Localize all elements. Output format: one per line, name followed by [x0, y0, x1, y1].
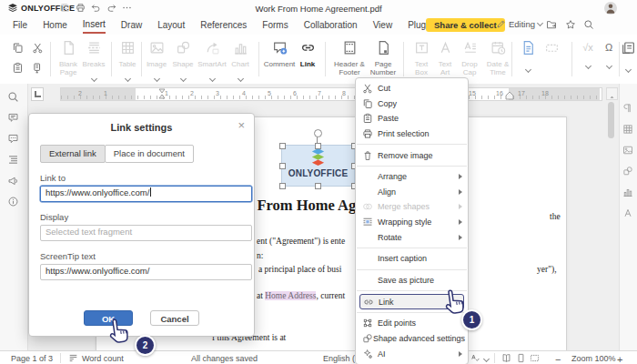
word-count-icon[interactable] [68, 353, 78, 363]
right-margin-marker[interactable] [505, 91, 514, 100]
zoom-in-button[interactable]: + [617, 354, 622, 364]
menu-item-copy[interactable]: Copy [356, 96, 468, 112]
two-page-view-icon[interactable] [501, 353, 511, 363]
tab-references[interactable]: References [200, 18, 247, 33]
menu-item-save-as-picture[interactable]: Save as picture [356, 273, 468, 288]
panel-textart-settings-icon[interactable] [622, 207, 633, 218]
scroll-up-arrow[interactable] [606, 87, 618, 100]
share-collect-button[interactable]: Share & collect [426, 18, 505, 32]
menu-item-ai[interactable]: AI [356, 346, 468, 361]
tab-home[interactable]: Home [43, 18, 67, 33]
menu-separator [357, 144, 467, 145]
page-indicator[interactable]: Page 1 of 3 [11, 354, 53, 363]
tab-forms[interactable]: Forms [262, 18, 288, 33]
status-bar: Page 1 of 3 Word count All changes saved… [0, 350, 637, 364]
menu-separator [357, 248, 467, 248]
tab-insert[interactable]: Insert [83, 17, 106, 34]
submenu-arrow-icon [459, 189, 462, 195]
wrapping-style-icon [362, 217, 373, 228]
zoom-out-button[interactable]: − [555, 354, 561, 364]
panel-paragraph-settings-icon[interactable] [622, 103, 633, 114]
link-label: Link [285, 60, 330, 68]
tab-stop-selector[interactable] [31, 87, 44, 101]
fit-width-icon[interactable] [530, 353, 540, 363]
menu-item-insert-caption[interactable]: Insert caption [356, 251, 468, 267]
menu-separator [357, 166, 467, 167]
cancel-button[interactable]: Cancel [150, 310, 199, 326]
menu-item-wrapping-style[interactable]: Wrapping style [356, 215, 468, 230]
menu-item-shape-advanced-settings[interactable]: Shape advanced settings [356, 331, 468, 347]
panel-shape-settings-icon[interactable] [622, 166, 633, 177]
indent-marker[interactable] [157, 88, 167, 100]
menu-item-arrange[interactable]: Arrange [356, 169, 468, 185]
menu-item-edit-points[interactable]: Edit points [356, 316, 468, 331]
cut-icon [362, 83, 373, 94]
scrollbar-thumb[interactable] [608, 102, 614, 138]
paste-icon[interactable] [12, 62, 24, 74]
menu-item-rotate[interactable]: Rotate [356, 229, 468, 245]
selection-handle[interactable] [279, 183, 286, 189]
document-text-fragment: at Home Address, current [257, 291, 345, 300]
header-footer-icon [342, 40, 358, 56]
chevron-down-icon[interactable] [483, 356, 490, 362]
ruler-number: 4 [242, 90, 246, 96]
copy-style-icon[interactable] [32, 62, 44, 74]
selection-handle[interactable] [279, 143, 286, 149]
editing-mode-control[interactable]: Editing [496, 19, 542, 29]
link-settings-dialog: Link settings × External link Place in d… [28, 113, 255, 337]
tab-draw[interactable]: Draw [121, 18, 142, 33]
close-icon[interactable]: × [238, 119, 245, 131]
selection-handle[interactable] [315, 183, 321, 189]
vertical-scrollbar[interactable] [606, 86, 616, 349]
selected-image[interactable]: ONLYOFFICE [281, 145, 355, 187]
step-badge-1: 1 [461, 309, 482, 330]
toolbar-button-link[interactable]: Link [285, 40, 330, 68]
tab-place-in-document[interactable]: Place in document [105, 145, 194, 163]
user-avatar[interactable] [604, 2, 617, 15]
selection-handle[interactable] [315, 143, 321, 149]
tab-layout[interactable]: Layout [157, 18, 185, 33]
menu-item-print-selection[interactable]: Print selection [356, 126, 468, 142]
menu-item-cut[interactable]: Cut [356, 81, 468, 96]
word-count-label[interactable]: Word count [82, 354, 124, 363]
panel-table-settings-icon[interactable] [622, 124, 633, 135]
cut-icon[interactable] [32, 42, 44, 54]
selection-handle[interactable] [279, 163, 286, 169]
tab-collaboration[interactable]: Collaboration [304, 18, 358, 33]
spellcheck-icon[interactable] [470, 353, 480, 363]
panel-chart-settings-icon[interactable] [622, 187, 633, 197]
pointer-hand-cursor [107, 316, 135, 346]
zoom-level[interactable]: Zoom 100% [571, 354, 616, 363]
copy-icon[interactable] [12, 42, 24, 54]
sidebar-comments-icon[interactable] [7, 112, 19, 124]
menu-item-merge-shapes[interactable]: Merge shapes [356, 199, 468, 215]
menu-item-remove-image[interactable]: Remove image [356, 147, 468, 163]
toolbar-button-content-controls[interactable] [605, 40, 637, 77]
tab-file[interactable]: File [13, 18, 27, 33]
link-to-input[interactable]: https://www.onlyoffice.com/ [40, 186, 252, 202]
open-file-location-icon[interactable] [546, 19, 557, 30]
rotation-handle[interactable] [314, 129, 322, 137]
shape-icon [176, 40, 191, 56]
date-time-icon [490, 40, 506, 56]
tab-external-link[interactable]: External link [40, 145, 106, 163]
sidebar-feedback-icon[interactable] [7, 175, 19, 187]
text-field-icon [544, 40, 560, 56]
fit-page-icon[interactable] [516, 353, 526, 363]
sidebar-search-icon[interactable] [7, 91, 19, 103]
screentip-input[interactable]: https://www.onlyoffice.com/ [40, 264, 252, 280]
sidebar-about-icon[interactable] [7, 196, 19, 207]
submenu-arrow-icon [459, 219, 462, 225]
sidebar-chat-icon[interactable] [7, 133, 19, 145]
tab-view[interactable]: View [373, 18, 393, 33]
menu-item-align[interactable]: Align [356, 185, 468, 200]
sidebar-headings-icon[interactable] [7, 154, 19, 166]
submenu-arrow-icon [459, 174, 462, 179]
search-icon[interactable] [583, 19, 594, 30]
panel-image-settings-icon[interactable] [622, 145, 633, 156]
favorites-star-icon[interactable] [565, 19, 576, 30]
display-input[interactable]: Selected text fragment [40, 225, 252, 241]
menu-item-paste[interactable]: Paste [356, 111, 468, 126]
document-text-fragment: n: [257, 251, 263, 260]
link-to-value: https://www.onlyoffice.com/ [46, 187, 149, 197]
